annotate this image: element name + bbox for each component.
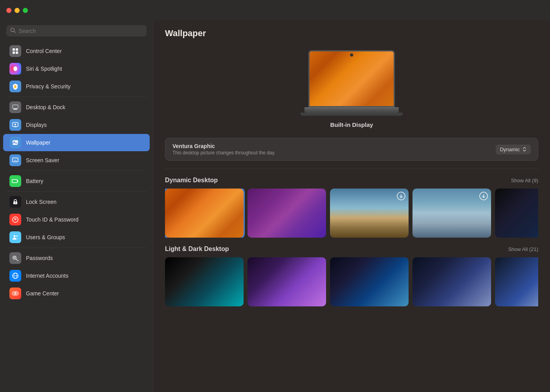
wallpaper-info-bar: Ventura Graphic This desktop picture cha… [165,138,538,161]
gallery-show-all-light-dark[interactable]: Show All (21) [508,246,538,252]
gallery-header-light-dark: Light & Dark Desktop Show All (21) [165,245,538,253]
laptop-screen [308,50,395,107]
wallpaper-thumb-big-sur[interactable] [412,189,491,238]
sidebar-divider-1 [6,97,147,97]
sidebar-item-internet-accounts[interactable]: Internet Accounts [3,267,150,284]
sidebar-label-users-groups: Users & Groups [26,234,65,240]
wallpaper-thumb-dark[interactable] [495,189,538,238]
wallpaper-thumb-ld-3[interactable] [330,257,409,306]
sidebar-label-battery: Battery [26,178,43,184]
sidebar-item-displays[interactable]: Displays [3,116,150,134]
sidebar-item-desktop-dock[interactable]: Desktop & Dock [3,99,150,116]
wallpaper-icon [9,137,21,148]
desktop-dock-icon [9,101,21,113]
gallery-title-dynamic: Dynamic Desktop [165,177,218,184]
wallpaper-thumb-ld-4[interactable] [412,257,491,306]
gallery-grid-dynamic [165,189,538,238]
search-box[interactable] [6,25,147,37]
gallery-section-light-dark: Light & Dark Desktop Show All (21) [153,245,550,314]
section-divider-1 [165,169,538,169]
svg-rect-10 [13,109,17,110]
sidebar-item-control-center[interactable]: Control Center [3,42,150,60]
search-input[interactable] [18,28,143,34]
sidebar-item-lock-screen[interactable]: Lock Screen [3,193,150,211]
displays-icon [9,119,21,131]
internet-accounts-icon [9,270,21,282]
sidebar-label-touch-id: Touch ID & Password [26,216,79,223]
titlebar [0,0,550,20]
sidebar-divider-3 [6,191,147,192]
sidebar-label-internet-accounts: Internet Accounts [26,273,68,279]
svg-point-12 [15,124,16,125]
wallpaper-thumb-ventura-purple[interactable] [248,189,326,238]
sidebar-label-desktop-dock: Desktop & Dock [26,104,65,110]
sidebar-item-game-center[interactable]: Game Center [3,285,150,302]
wallpaper-thumb-ventura-orange[interactable] [165,189,244,238]
svg-rect-18 [17,180,18,182]
sidebar-item-users-groups[interactable]: Users & Groups [3,229,150,246]
close-button[interactable] [6,8,11,13]
main-content: Wallpaper Built-in Display Ventura Graph… [153,0,550,392]
sidebar-label-siri: Siri & Spotlight [26,66,62,72]
svg-point-25 [16,235,18,237]
sidebar: Control Center Siri & Spotlight ✋ Privac… [0,0,153,392]
control-center-icon [9,45,21,57]
laptop-foot [301,113,403,116]
wallpaper-thumb-ld-1[interactable] [165,257,244,306]
svg-rect-9 [13,105,18,108]
display-preview: Built-in Display [153,42,550,138]
svg-point-7 [15,68,16,70]
sidebar-divider-4 [6,247,147,248]
wallpaper-thumb-monterey-coast[interactable] [330,189,409,238]
svg-point-33 [15,291,18,295]
sidebar-item-touch-id[interactable]: Touch ID & Password [3,211,150,228]
laptop-screen-wallpaper [310,51,394,106]
privacy-icon: ✋ [9,81,21,92]
screen-saver-icon [9,154,21,166]
users-groups-icon [9,231,21,243]
sidebar-item-screen-saver[interactable]: Screen Saver [3,152,150,169]
gallery-title-light-dark: Light & Dark Desktop [165,245,229,253]
svg-point-28 [14,257,15,258]
wallpaper-info-text: Ventura Graphic This desktop picture cha… [172,143,275,156]
wallpaper-mode-button[interactable]: Dynamic [496,145,531,154]
touch-id-icon [9,214,21,225]
minimize-button[interactable] [15,8,20,13]
sidebar-label-screen-saver: Screen Saver [26,157,59,163]
svg-text:✋: ✋ [13,84,17,88]
sidebar-label-displays: Displays [26,122,47,128]
svg-rect-5 [16,51,18,54]
svg-rect-14 [13,140,18,145]
maximize-button[interactable] [23,8,28,13]
sidebar-item-passwords[interactable]: Passwords [3,249,150,267]
download-icon-big-sur [479,192,488,202]
sidebar-divider-2 [6,170,147,171]
wallpaper-mode-label: Dynamic [500,147,520,152]
svg-rect-19 [13,180,16,182]
svg-rect-3 [16,48,18,51]
sidebar-label-privacy: Privacy & Security [26,83,71,90]
sidebar-item-privacy[interactable]: ✋ Privacy & Security [3,78,150,95]
sidebar-list: Control Center Siri & Spotlight ✋ Privac… [0,40,153,392]
battery-icon [9,175,21,187]
svg-rect-2 [13,48,15,51]
sidebar-item-battery[interactable]: Battery [3,172,150,190]
svg-line-27 [16,259,18,261]
gallery-section-dynamic: Dynamic Desktop Show All (9) [153,177,550,245]
sidebar-item-wallpaper[interactable]: Wallpaper [3,134,150,151]
sidebar-label-control-center: Control Center [26,48,62,54]
svg-line-1 [14,31,16,33]
passwords-icon [9,252,21,264]
download-icon-monterey [397,192,405,202]
sidebar-label-game-center: Game Center [26,290,59,297]
wallpaper-thumb-ld-2[interactable] [248,257,326,306]
gallery-header-dynamic: Dynamic Desktop Show All (9) [165,177,538,184]
siri-icon [9,63,21,75]
search-container [0,20,153,40]
sidebar-label-lock-screen: Lock Screen [26,199,57,205]
sidebar-item-siri[interactable]: Siri & Spotlight [3,60,150,77]
wallpaper-thumb-ld-5[interactable] [495,257,538,306]
laptop-container [301,50,403,116]
gallery-show-all-dynamic[interactable]: Show All (9) [511,178,538,183]
search-icon [10,27,16,34]
